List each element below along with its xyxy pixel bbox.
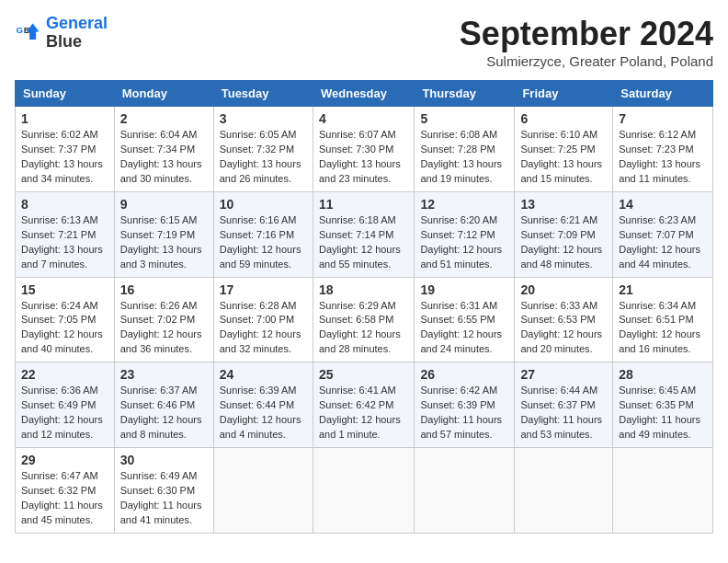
calendar-week-4: 22Sunrise: 6:36 AMSunset: 6:49 PMDayligh… [16, 362, 713, 448]
day-info: Sunrise: 6:29 AMSunset: 6:58 PMDaylight:… [319, 299, 408, 358]
calendar-cell: 20Sunrise: 6:33 AMSunset: 6:53 PMDayligh… [515, 277, 613, 362]
page-header: G B General Blue September 2024 Sulmierz… [15, 15, 713, 69]
day-info: Sunrise: 6:44 AMSunset: 6:37 PMDaylight:… [520, 384, 607, 442]
day-number: 28 [619, 367, 707, 382]
calendar-cell: 9Sunrise: 6:15 AMSunset: 7:19 PMDaylight… [114, 191, 213, 277]
day-info: Sunrise: 6:49 AMSunset: 6:30 PMDaylight:… [120, 469, 208, 528]
calendar-cell: 5Sunrise: 6:08 AMSunset: 7:28 PMDaylight… [415, 107, 515, 192]
calendar-cell: 14Sunrise: 6:23 AMSunset: 7:07 PMDayligh… [613, 191, 713, 277]
calendar-cell: 28Sunrise: 6:45 AMSunset: 6:35 PMDayligh… [613, 362, 713, 448]
day-info: Sunrise: 6:33 AMSunset: 6:53 PMDaylight:… [520, 299, 607, 358]
calendar-cell: 6Sunrise: 6:10 AMSunset: 7:25 PMDaylight… [515, 107, 613, 192]
calendar-cell: 3Sunrise: 6:05 AMSunset: 7:32 PMDaylight… [213, 107, 313, 192]
weekday-header-friday: Friday [515, 81, 613, 107]
day-number: 23 [120, 367, 208, 382]
calendar-cell [515, 448, 613, 534]
day-info: Sunrise: 6:18 AMSunset: 7:14 PMDaylight:… [319, 213, 408, 272]
calendar-cell [313, 448, 414, 534]
day-number: 10 [220, 197, 307, 212]
day-info: Sunrise: 6:21 AMSunset: 7:09 PMDaylight:… [520, 213, 607, 272]
logo-line2: Blue [46, 33, 108, 52]
calendar-cell: 29Sunrise: 6:47 AMSunset: 6:32 PMDayligh… [16, 448, 115, 534]
calendar-week-2: 8Sunrise: 6:13 AMSunset: 7:21 PMDaylight… [16, 191, 713, 277]
day-number: 16 [120, 282, 208, 297]
day-number: 21 [619, 282, 707, 297]
calendar-cell: 22Sunrise: 6:36 AMSunset: 6:49 PMDayligh… [16, 362, 115, 448]
title-block: September 2024 Sulmierzyce, Greater Pola… [460, 15, 713, 69]
calendar-cell: 17Sunrise: 6:28 AMSunset: 7:00 PMDayligh… [213, 277, 313, 362]
day-number: 27 [520, 367, 607, 382]
day-info: Sunrise: 6:08 AMSunset: 7:28 PMDaylight:… [420, 128, 508, 187]
day-info: Sunrise: 6:31 AMSunset: 6:55 PMDaylight:… [420, 299, 508, 358]
weekday-header-row: SundayMondayTuesdayWednesdayThursdayFrid… [16, 81, 713, 107]
logo-line1: General [46, 14, 108, 32]
day-number: 22 [21, 367, 108, 382]
calendar-cell: 1Sunrise: 6:02 AMSunset: 7:37 PMDaylight… [16, 107, 115, 192]
day-number: 26 [420, 367, 508, 382]
day-number: 13 [520, 197, 607, 212]
day-number: 7 [619, 111, 707, 126]
location-subtitle: Sulmierzyce, Greater Poland, Poland [460, 53, 713, 69]
day-info: Sunrise: 6:45 AMSunset: 6:35 PMDaylight:… [619, 384, 707, 442]
day-info: Sunrise: 6:36 AMSunset: 6:49 PMDaylight:… [21, 384, 108, 442]
day-number: 15 [21, 282, 108, 297]
weekday-header-wednesday: Wednesday [313, 81, 414, 107]
day-number: 17 [220, 282, 307, 297]
svg-text:G: G [16, 25, 23, 35]
day-info: Sunrise: 6:42 AMSunset: 6:39 PMDaylight:… [420, 384, 508, 442]
day-info: Sunrise: 6:02 AMSunset: 7:37 PMDaylight:… [21, 128, 108, 187]
day-number: 20 [520, 282, 607, 297]
calendar-cell: 7Sunrise: 6:12 AMSunset: 7:23 PMDaylight… [613, 107, 713, 192]
weekday-header-monday: Monday [114, 81, 213, 107]
day-info: Sunrise: 6:24 AMSunset: 7:05 PMDaylight:… [21, 299, 108, 358]
day-info: Sunrise: 6:10 AMSunset: 7:25 PMDaylight:… [520, 128, 607, 187]
calendar-cell: 18Sunrise: 6:29 AMSunset: 6:58 PMDayligh… [313, 277, 414, 362]
calendar-cell: 25Sunrise: 6:41 AMSunset: 6:42 PMDayligh… [313, 362, 414, 448]
day-number: 2 [120, 111, 208, 126]
calendar-week-1: 1Sunrise: 6:02 AMSunset: 7:37 PMDaylight… [16, 107, 713, 192]
day-number: 3 [220, 111, 307, 126]
day-info: Sunrise: 6:28 AMSunset: 7:00 PMDaylight:… [220, 299, 307, 358]
calendar-cell: 24Sunrise: 6:39 AMSunset: 6:44 PMDayligh… [213, 362, 313, 448]
calendar-cell [415, 448, 515, 534]
calendar-cell: 19Sunrise: 6:31 AMSunset: 6:55 PMDayligh… [415, 277, 515, 362]
day-info: Sunrise: 6:47 AMSunset: 6:32 PMDaylight:… [21, 469, 108, 528]
calendar-week-3: 15Sunrise: 6:24 AMSunset: 7:05 PMDayligh… [16, 277, 713, 362]
calendar-cell: 11Sunrise: 6:18 AMSunset: 7:14 PMDayligh… [313, 191, 414, 277]
weekday-header-saturday: Saturday [613, 81, 713, 107]
calendar-cell: 16Sunrise: 6:26 AMSunset: 7:02 PMDayligh… [114, 277, 213, 362]
day-number: 30 [120, 453, 208, 467]
day-info: Sunrise: 6:12 AMSunset: 7:23 PMDaylight:… [619, 128, 707, 187]
calendar-cell: 13Sunrise: 6:21 AMSunset: 7:09 PMDayligh… [515, 191, 613, 277]
day-info: Sunrise: 6:23 AMSunset: 7:07 PMDaylight:… [619, 213, 707, 272]
day-number: 19 [420, 282, 508, 297]
day-number: 29 [21, 453, 108, 467]
logo: G B General Blue [15, 15, 108, 52]
weekday-header-tuesday: Tuesday [213, 81, 313, 107]
day-number: 8 [21, 197, 108, 212]
day-info: Sunrise: 6:05 AMSunset: 7:32 PMDaylight:… [220, 128, 307, 187]
day-number: 25 [319, 367, 408, 382]
day-number: 1 [21, 111, 108, 126]
day-info: Sunrise: 6:20 AMSunset: 7:12 PMDaylight:… [420, 213, 508, 272]
calendar-cell: 2Sunrise: 6:04 AMSunset: 7:34 PMDaylight… [114, 107, 213, 192]
calendar-cell: 4Sunrise: 6:07 AMSunset: 7:30 PMDaylight… [313, 107, 414, 192]
day-info: Sunrise: 6:37 AMSunset: 6:46 PMDaylight:… [120, 384, 208, 442]
logo-icon: G B [15, 20, 40, 46]
calendar-cell: 27Sunrise: 6:44 AMSunset: 6:37 PMDayligh… [515, 362, 613, 448]
day-info: Sunrise: 6:04 AMSunset: 7:34 PMDaylight:… [120, 128, 208, 187]
day-number: 12 [420, 197, 508, 212]
calendar-cell: 30Sunrise: 6:49 AMSunset: 6:30 PMDayligh… [114, 448, 213, 534]
day-number: 14 [619, 197, 707, 212]
calendar-table: SundayMondayTuesdayWednesdayThursdayFrid… [15, 80, 713, 534]
calendar-cell: 23Sunrise: 6:37 AMSunset: 6:46 PMDayligh… [114, 362, 213, 448]
calendar-cell: 21Sunrise: 6:34 AMSunset: 6:51 PMDayligh… [613, 277, 713, 362]
day-info: Sunrise: 6:26 AMSunset: 7:02 PMDaylight:… [120, 299, 208, 358]
day-info: Sunrise: 6:16 AMSunset: 7:16 PMDaylight:… [220, 213, 307, 272]
calendar-cell [213, 448, 313, 534]
day-info: Sunrise: 6:41 AMSunset: 6:42 PMDaylight:… [319, 384, 408, 442]
calendar-cell: 10Sunrise: 6:16 AMSunset: 7:16 PMDayligh… [213, 191, 313, 277]
day-info: Sunrise: 6:15 AMSunset: 7:19 PMDaylight:… [120, 213, 208, 272]
day-number: 4 [319, 111, 408, 126]
calendar-cell: 8Sunrise: 6:13 AMSunset: 7:21 PMDaylight… [16, 191, 115, 277]
